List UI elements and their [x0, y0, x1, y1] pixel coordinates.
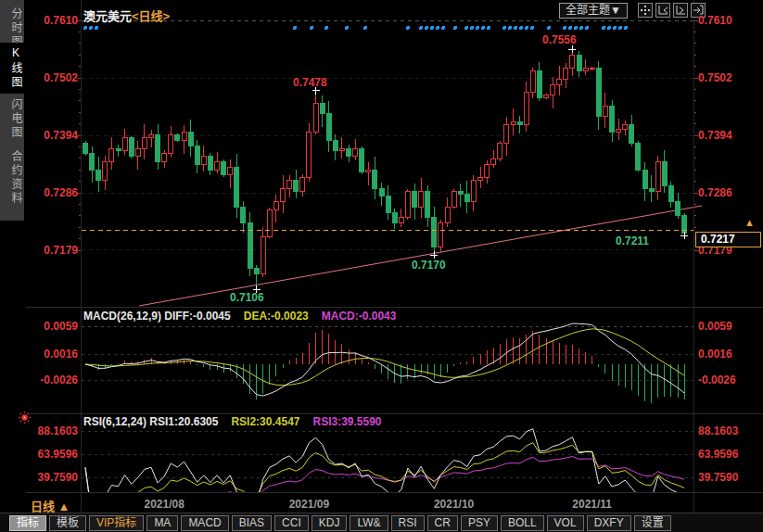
rsi2-label: RSI2:30.4547 [231, 415, 299, 428]
macd-axis-label-left: 0.0059 [26, 320, 78, 333]
rsi-axis-label-left: 88.1603 [26, 424, 78, 437]
price-annotation: 0.7211 [616, 234, 649, 247]
app-window: 分时图K线图闪电图合约资料 澳元美元<日线> 全部主题▼ 0.76100.761… [0, 0, 763, 532]
price-annotation: 0.7556 [542, 33, 577, 46]
price-annotation: 0.7478 [293, 76, 327, 89]
panel-separator-3 [26, 492, 763, 493]
toolbar-tab-VIP指标[interactable]: VIP指标 [89, 515, 144, 531]
rsi-label-row: RSI(6,12,24) RSI1:20.6305RSI2:30.4547RSI… [83, 415, 395, 428]
date-axis-label: 2021/09 [289, 498, 329, 511]
macd-axis-label-right: 0.0016 [698, 348, 757, 361]
macd-axis-label-left: -0.0026 [26, 374, 78, 386]
sidebar-item-flash-chart[interactable]: 闪电图 [0, 95, 24, 144]
price-annotation: 0.7106 [230, 291, 264, 304]
theme-dropdown-button[interactable]: 全部主题▼ [559, 3, 628, 19]
price-axis-label-right: 0.7502 [698, 71, 757, 84]
date-axis-label: 2021/08 [144, 498, 184, 511]
toolbar-tab-设置[interactable]: 设置 [634, 515, 671, 531]
macd-axis-label-left: 0.0016 [26, 348, 78, 361]
price-axis-label-left: 0.7286 [26, 186, 78, 199]
toolbar-tab-MACD[interactable]: MACD [181, 515, 228, 531]
crosshair-icon[interactable] [638, 3, 653, 18]
rsi3-label: RSI3:39.5590 [312, 415, 381, 428]
rsi-axis-label-left: 63.9596 [26, 448, 78, 461]
toolbar-tab-MA[interactable]: MA [146, 515, 178, 531]
toolbar-tab-KDJ[interactable]: KDJ [312, 515, 348, 531]
chart-canvas[interactable] [0, 0, 763, 532]
toolbar-tab-RSI[interactable]: RSI [391, 515, 425, 531]
rsi-axis-label-right: 39.7590 [698, 471, 757, 484]
rsi-axis-label-right: 63.9596 [698, 448, 757, 461]
toolbar-tab-BIAS[interactable]: BIAS [232, 515, 272, 531]
date-axis-label: 2021/10 [434, 498, 474, 511]
macd-macd-label: MACD:-0.0043 [322, 310, 397, 323]
panel-separator-1 [26, 307, 763, 308]
toolbar-tab-指标[interactable]: 指标 [9, 515, 46, 531]
rsi-axis-label-left: 39.7590 [26, 471, 78, 484]
macd-diff-label: MACD(26,12,9) DIFF:-0.0045 [83, 310, 231, 323]
price-axis-label-left: 0.7394 [26, 129, 78, 142]
macd-label-row: MACD(26,12,9) DIFF:-0.0045DEA:-0.0023MAC… [83, 310, 409, 323]
price-annotation: 0.7170 [412, 259, 446, 272]
indicator-toolbar: 指标模板VIP指标MAMACDBIASCCIKDJLW&RSICRPSYBOLL… [0, 513, 763, 532]
shift-right-icon[interactable] [673, 3, 688, 18]
chart-title: 澳元美元<日线> [83, 6, 170, 24]
alert-blink-icon[interactable] [18, 411, 32, 428]
price-up-arrow-icon: ▲ [744, 218, 755, 228]
current-price-box: 0.7217 [695, 232, 761, 247]
panel-separator-2 [26, 413, 763, 414]
symbol-name: 澳元美元 [83, 9, 132, 23]
toolbar-tab-DXFY[interactable]: DXFY [587, 515, 631, 531]
price-axis-label-right: 0.7394 [698, 129, 757, 142]
period-tag: <日线> [132, 9, 170, 23]
sidebar: 分时图K线图闪电图合约资料 [0, 0, 26, 532]
toolbar-tab-VOL[interactable]: VOL [547, 515, 584, 531]
price-axis-label-left: 0.7179 [26, 244, 78, 257]
price-axis-label-left: 0.7502 [26, 71, 78, 84]
price-axis-label-right: 0.7610 [698, 14, 757, 27]
rsi-axis-label-right: 88.1603 [698, 424, 757, 437]
sidebar-item-kline-chart[interactable]: K线图 [0, 43, 24, 94]
toolbar-tab-CCI[interactable]: CCI [274, 515, 309, 531]
date-axis-label: 2021/11 [572, 498, 612, 511]
toolbar-tab-模板[interactable]: 模板 [49, 515, 86, 531]
macd-axis-label-right: -0.0026 [698, 374, 757, 386]
sidebar-item-contract-info[interactable]: 合约资料 [0, 146, 24, 209]
toolbar-tab-LW&[interactable]: LW& [350, 515, 388, 531]
toolbar-tab-CR[interactable]: CR [427, 515, 458, 531]
toolbar-tab-PSY[interactable]: PSY [461, 515, 498, 531]
price-axis-label-left: 0.7610 [26, 14, 78, 27]
rsi1-label: RSI(6,12,24) RSI1:20.6305 [83, 415, 218, 428]
macd-axis-label-right: 0.0059 [698, 320, 757, 333]
macd-dea-label: DEA:-0.0023 [244, 310, 309, 323]
axis-divider-left [81, 0, 82, 513]
shift-left-icon[interactable] [655, 3, 670, 18]
axis-divider-right [693, 0, 694, 513]
toolbar-tab-BOLL[interactable]: BOLL [501, 515, 544, 531]
price-axis-label-right: 0.7286 [698, 186, 757, 199]
